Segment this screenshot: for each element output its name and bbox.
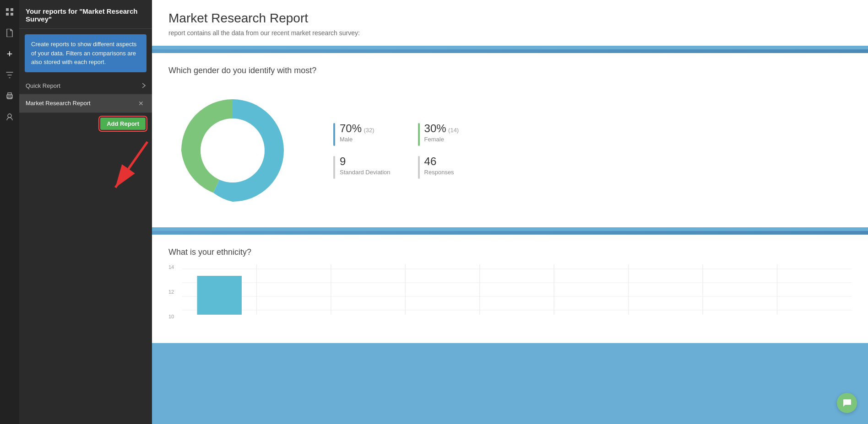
stat-male: 70% (32) Male xyxy=(333,122,391,146)
chart-stats-row: 70% (32) Male 30% (14) Female xyxy=(168,86,852,215)
info-box: Create reports to show different aspects… xyxy=(25,34,146,72)
report-item-quick[interactable]: Quick Report xyxy=(19,78,152,94)
y-label-12: 12 xyxy=(168,289,174,295)
stat-responses: 46 Responses xyxy=(418,155,475,179)
report-title: Market Research Report xyxy=(168,11,852,26)
y-label-10: 10 xyxy=(168,314,174,319)
panel-header: Your reports for "Market Research Survey… xyxy=(19,0,152,29)
left-panel: Your reports for "Market Research Survey… xyxy=(19,0,152,424)
svg-rect-3 xyxy=(11,13,13,16)
report-item-label: Quick Report xyxy=(26,82,60,89)
report-item-label: Market Research Report xyxy=(26,100,91,107)
report-title-card: Market Research Report report contains a… xyxy=(152,0,868,46)
gender-question-title: Which gender do you identify with most? xyxy=(168,66,852,75)
stat-stddev: 9 Standard Deviation xyxy=(333,155,391,179)
stat-bar-male xyxy=(333,123,335,146)
stat-female-info: 30% (14) Female xyxy=(424,122,459,143)
female-count: (14) xyxy=(448,127,459,134)
stddev-label: Standard Deviation xyxy=(340,169,391,176)
info-text: Create reports to show different aspects… xyxy=(31,41,136,65)
grid-icon[interactable] xyxy=(3,5,16,18)
divider-bar-2 xyxy=(152,231,868,235)
stat-bar-female xyxy=(418,123,420,146)
stat-bar-responses xyxy=(418,156,420,179)
filter-icon[interactable] xyxy=(3,69,16,81)
svg-rect-6 xyxy=(8,97,11,99)
female-label: Female xyxy=(424,136,459,143)
ethnicity-question-title: What is your ethnicity? xyxy=(168,247,852,257)
svg-rect-21 xyxy=(197,276,241,315)
stddev-value: 9 xyxy=(340,155,391,168)
female-pct: 30% xyxy=(424,122,446,134)
responses-value: 46 xyxy=(424,155,454,168)
icon-rail: + xyxy=(0,0,19,424)
person-icon[interactable] xyxy=(3,111,16,123)
stat-male-info: 70% (32) Male xyxy=(340,122,374,143)
svg-rect-2 xyxy=(6,13,9,16)
plus-icon[interactable]: + xyxy=(3,48,16,60)
divider-bar xyxy=(152,49,868,53)
print-icon[interactable] xyxy=(3,90,16,102)
svg-point-7 xyxy=(8,114,11,118)
report-subtitle: report contains all the data from our re… xyxy=(168,29,852,37)
close-report-icon[interactable]: ✕ xyxy=(136,99,146,108)
stat-responses-info: 46 Responses xyxy=(424,155,454,176)
svg-point-8 xyxy=(201,118,265,182)
svg-rect-1 xyxy=(11,8,13,11)
stat-bar-stddev xyxy=(333,156,335,179)
male-count: (32) xyxy=(364,127,374,134)
stat-stddev-info: 9 Standard Deviation xyxy=(340,155,391,176)
panel-title: Your reports for "Market Research Survey… xyxy=(26,7,137,23)
bar-chart-svg xyxy=(182,264,852,328)
report-list: Quick Report Market Research Report ✕ xyxy=(19,78,152,113)
male-pct: 70% xyxy=(340,122,362,134)
ethnicity-question-card: What is your ethnicity? 14 12 10 xyxy=(152,235,868,343)
svg-rect-5 xyxy=(8,93,11,95)
report-item-market[interactable]: Market Research Report ✕ xyxy=(19,94,152,113)
chevron-right-icon xyxy=(142,83,146,88)
responses-label: Responses xyxy=(424,169,454,176)
main-content: Market Research Report report contains a… xyxy=(152,0,868,424)
y-label-14: 14 xyxy=(168,264,174,270)
stat-female-value: 30% (14) xyxy=(424,122,459,135)
stat-male-value: 70% (32) xyxy=(340,122,374,135)
stats-section: 70% (32) Male 30% (14) Female xyxy=(333,122,475,179)
add-report-row: Add Report xyxy=(19,113,152,134)
add-report-button[interactable]: Add Report xyxy=(100,118,146,130)
donut-chart xyxy=(168,86,297,215)
bar-chart-area: 14 12 10 xyxy=(168,264,852,330)
stat-female: 30% (14) Female xyxy=(418,122,475,146)
chat-button[interactable] xyxy=(837,393,857,413)
male-label: Male xyxy=(340,136,374,143)
y-axis-labels: 14 12 10 xyxy=(168,264,174,319)
gender-question-card: Which gender do you identify with most? xyxy=(152,53,868,227)
file-icon[interactable] xyxy=(3,27,16,39)
svg-rect-0 xyxy=(6,8,9,11)
